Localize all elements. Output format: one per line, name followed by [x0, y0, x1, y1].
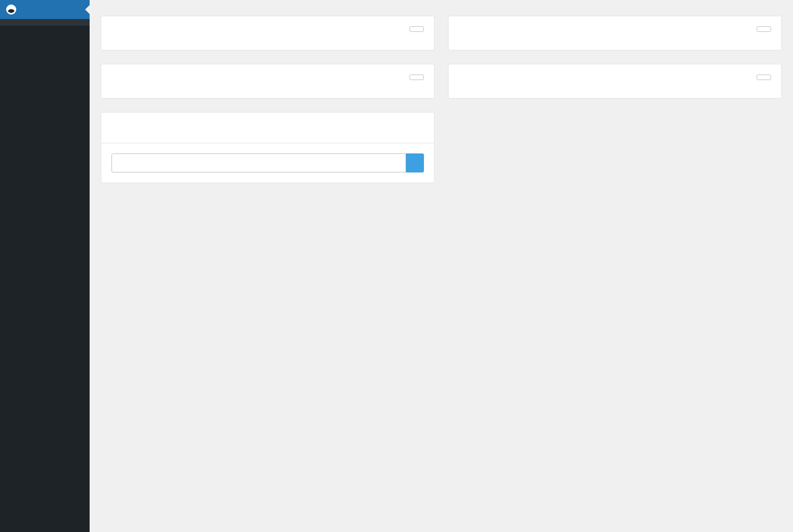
sidebar-item-wp-erp[interactable] — [0, 0, 90, 19]
hr-card — [101, 64, 435, 99]
view-all-button[interactable] — [409, 26, 424, 32]
content-area — [90, 0, 793, 532]
crm-card — [448, 16, 782, 50]
erp-icon — [6, 4, 17, 15]
accounting-card — [448, 64, 782, 99]
subscribe-email-input[interactable] — [111, 153, 406, 172]
admin-sidebar — [0, 0, 90, 532]
accounting-view-now-button[interactable] — [757, 74, 771, 80]
crm-view-now-button[interactable] — [757, 26, 771, 32]
hr-view-now-button[interactable] — [409, 74, 424, 80]
wp-erp-submenu — [0, 19, 90, 26]
rss-card — [101, 112, 435, 183]
subscribe-button[interactable] — [406, 153, 424, 172]
announcement-card — [101, 16, 435, 50]
